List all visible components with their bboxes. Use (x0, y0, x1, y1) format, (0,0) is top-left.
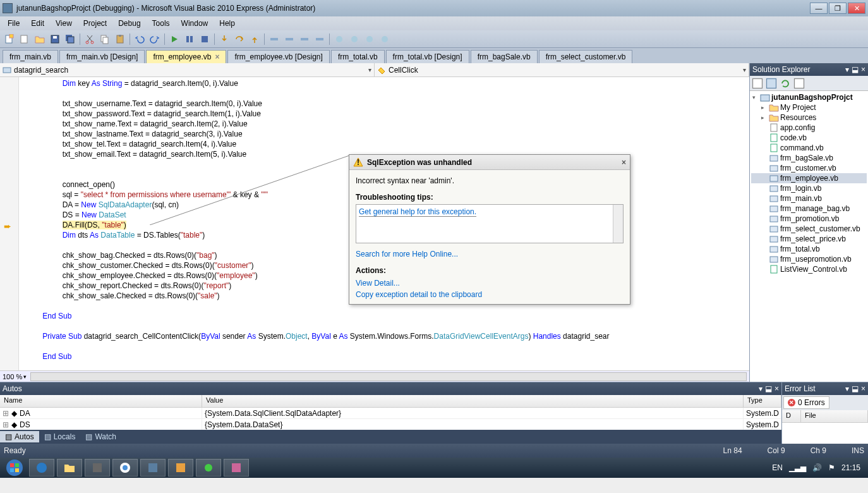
col-type[interactable]: Type (744, 395, 781, 407)
file-listview-control[interactable]: ListView_Control.vb (751, 264, 867, 274)
tray-volume-icon[interactable]: 🔊 (812, 463, 822, 472)
pin-icon[interactable]: ⬓ (765, 384, 772, 393)
autos-row[interactable]: ⊞◆DS {System.Data.DataSet} System.D (0, 419, 781, 430)
save-icon[interactable] (48, 32, 62, 46)
tab-frm-main[interactable]: frm_main.vb (3, 50, 58, 63)
menu-tools[interactable]: Tools (147, 18, 175, 29)
maximize-button[interactable]: ❐ (829, 3, 847, 14)
error-grid[interactable]: D File (782, 410, 868, 444)
redo-icon[interactable] (148, 32, 162, 46)
minimize-button[interactable]: — (810, 3, 828, 14)
view-detail-link[interactable]: View Detail... (356, 279, 400, 288)
folder-myproject[interactable]: ▸My Project (751, 102, 867, 113)
tray-time[interactable]: 21:15 (841, 463, 860, 472)
misc-tool-icon[interactable] (332, 32, 346, 46)
new-project-icon[interactable] (3, 32, 16, 46)
task-ie[interactable] (29, 459, 54, 477)
file-frm-usepromotion[interactable]: frm_usepromotion.vb (751, 254, 867, 264)
autos-grid[interactable]: Name Value Type ⊞◆DA {System.Data.SqlCli… (0, 395, 781, 430)
start-button[interactable] (3, 459, 27, 477)
autos-row[interactable]: ⊞◆DA {System.Data.SqlClient.SqlDataAdapt… (0, 408, 781, 419)
tray-network-icon[interactable]: ▁▃▅ (789, 463, 806, 472)
tray-lang[interactable]: EN (772, 463, 783, 472)
chevron-down-icon[interactable]: ▾ (23, 374, 27, 380)
dropdown-icon[interactable]: ▾ (845, 384, 849, 393)
misc-tool-icon[interactable] (282, 32, 296, 46)
refresh-icon[interactable] (779, 77, 792, 90)
misc-tool-icon[interactable] (298, 32, 311, 46)
menu-project[interactable]: Project (78, 18, 112, 29)
break-all-icon[interactable] (183, 32, 196, 46)
task-chrome[interactable] (112, 459, 138, 477)
save-all-icon[interactable] (63, 32, 77, 46)
step-into-icon[interactable] (217, 32, 231, 46)
menu-help[interactable]: Help (214, 18, 240, 29)
show-all-icon[interactable] (765, 77, 778, 90)
view-code-icon[interactable] (793, 77, 805, 90)
close-icon[interactable]: × (861, 384, 865, 393)
tab-frm-employee-design[interactable]: frm_employee.vb [Design] (227, 50, 329, 63)
pin-icon[interactable]: ⬓ (852, 384, 859, 393)
file-frm-employee[interactable]: frm_employee.vb (751, 173, 867, 183)
menu-window[interactable]: Window (176, 18, 214, 29)
close-icon[interactable]: × (775, 384, 779, 393)
tab-frm-total-design[interactable]: frm_total.vb [Design] (386, 50, 469, 63)
search-online-link[interactable]: Search for more Help Online... (356, 250, 458, 259)
method-selector[interactable]: CellClick ▾ (375, 63, 749, 76)
project-node[interactable]: ▾jutanunBagshopProjct (751, 92, 867, 102)
file-frm-promotion[interactable]: frm_promotion.vb (751, 214, 867, 224)
file-frm-customer[interactable]: frm_customer.vb (751, 163, 867, 173)
dropdown-icon[interactable]: ▾ (759, 384, 763, 393)
menu-file[interactable]: File (3, 18, 25, 29)
tips-scrollbar[interactable] (613, 205, 623, 243)
col-name[interactable]: Name (0, 395, 202, 407)
pin-icon[interactable]: ⬓ (852, 65, 859, 74)
close-button[interactable]: ✕ (848, 3, 865, 14)
file-command[interactable]: command.vb (751, 143, 867, 153)
task-app4[interactable] (224, 459, 249, 477)
errors-filter[interactable]: ✕0 Errors (783, 396, 829, 409)
col-value[interactable]: Value (202, 395, 744, 407)
task-explorer[interactable] (57, 459, 82, 477)
tab-frm-total[interactable]: frm_total.vb (331, 50, 385, 63)
task-app[interactable] (85, 459, 110, 477)
task-vs[interactable] (140, 459, 166, 477)
file-frm-select-price[interactable]: frm_select_price.vb (751, 234, 867, 244)
menu-debug[interactable]: Debug (113, 18, 145, 29)
file-frm-bagsale[interactable]: frm_bagSale.vb (751, 153, 867, 163)
misc-tool-icon[interactable] (267, 32, 281, 46)
tray-flag-icon[interactable]: ⚑ (828, 463, 835, 472)
tab-autos[interactable]: ▤Autos (0, 431, 39, 442)
folder-resources[interactable]: ▸Resources (751, 113, 867, 123)
file-frm-main[interactable]: frm_main.vb (751, 193, 867, 204)
tip-link[interactable]: Get general help for this exception. (359, 207, 476, 217)
gutter[interactable]: ➨ (0, 77, 19, 370)
paste-icon[interactable] (113, 32, 127, 46)
copy-exception-link[interactable]: Copy exception detail to the clipboard (356, 290, 482, 299)
properties-icon[interactable] (751, 77, 764, 90)
dropdown-icon[interactable]: ▾ (845, 65, 849, 74)
tab-frm-employee[interactable]: frm_employee.vb× (146, 50, 226, 63)
step-over-icon[interactable] (232, 32, 246, 46)
misc-tool-icon[interactable] (347, 32, 361, 46)
file-frm-total[interactable]: frm_total.vb (751, 244, 867, 254)
task-app2[interactable] (168, 459, 193, 477)
cut-icon[interactable] (83, 32, 97, 46)
file-frm-manage-bag[interactable]: frm_manage_bag.vb (751, 204, 867, 214)
tab-frm-bagsale[interactable]: frm_bagSale.vb (471, 50, 538, 63)
menu-edit[interactable]: Edit (26, 18, 49, 29)
file-appconfig[interactable]: app.config (751, 123, 867, 133)
close-icon[interactable]: × (861, 65, 865, 74)
exception-close-icon[interactable]: × (622, 158, 626, 167)
step-out-icon[interactable] (248, 32, 262, 46)
task-app3[interactable] (196, 459, 221, 477)
misc-tool-icon[interactable] (378, 32, 392, 46)
tab-locals[interactable]: ▤Locals (39, 431, 81, 442)
tab-frm-select-customer[interactable]: frm_select_customer.vb (539, 50, 633, 63)
zoom-level[interactable]: 100 % (3, 373, 22, 380)
continue-icon[interactable] (167, 32, 181, 46)
misc-tool-icon[interactable] (313, 32, 327, 46)
file-frm-select-customer[interactable]: frm_select_customer.vb (751, 224, 867, 234)
file-code[interactable]: code.vb (751, 133, 867, 143)
tab-frm-main-design[interactable]: frm_main.vb [Design] (59, 50, 145, 63)
